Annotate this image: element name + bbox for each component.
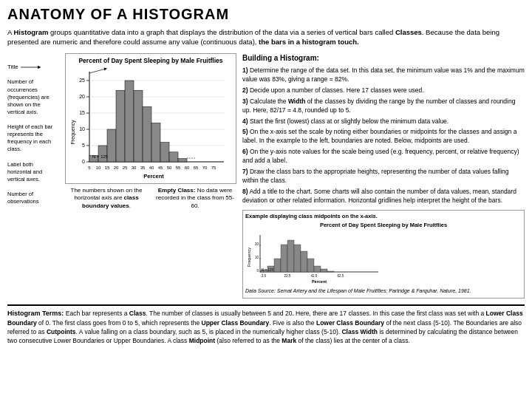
bar-6: [143, 106, 151, 162]
svg-text:20: 20: [255, 242, 259, 246]
step-6: 6) On the y-axis note values for the sca…: [242, 148, 525, 166]
svg-rect-43: [301, 251, 307, 272]
step-3: 3) Calculate the Width of the classes by…: [242, 98, 525, 115]
svg-text:55: 55: [176, 166, 181, 170]
bar-10: [178, 158, 187, 161]
svg-rect-45: [314, 266, 321, 272]
step-8: 8) Add a title to the chart. Some charts…: [242, 188, 525, 205]
svg-text:25: 25: [123, 166, 128, 170]
svg-text:35: 35: [140, 166, 146, 170]
annotations-left: Title Number of occurrences (frequencies…: [7, 53, 61, 211]
svg-text:20: 20: [114, 166, 119, 170]
svg-text:5: 5: [88, 166, 91, 170]
bottom-note-boundary: The numbers shown on the horizontal axis…: [65, 187, 148, 211]
bar-1: [98, 146, 107, 162]
svg-text:40: 40: [149, 166, 154, 170]
terms-title: Histogram Terms:: [7, 310, 66, 317]
svg-text:30: 30: [132, 166, 137, 170]
svg-text:42.5: 42.5: [311, 274, 318, 278]
title-annotation-text: Title: [7, 64, 18, 72]
height-annotation-text: Height of each bar represents the freque…: [7, 123, 55, 154]
chart-and-bottom: Percent of Day Spent Sleeping by Male Fr…: [65, 53, 236, 211]
bar-2: [107, 129, 116, 162]
svg-rect-46: [321, 269, 327, 272]
step-4: 4) Start the first (lowest) class at or …: [242, 117, 525, 126]
mini-histogram-svg: Frequency 2.5 2: [245, 231, 382, 283]
y-axis-label: Frequency: [70, 120, 76, 145]
svg-text:70: 70: [202, 166, 208, 170]
bar-9: [169, 151, 178, 161]
step-7: 7) Draw the class bars to the appropriat…: [242, 168, 525, 185]
svg-text:50: 50: [167, 166, 172, 170]
annotations-wrapper: Title Number of occurrences (frequencies…: [7, 53, 236, 211]
building-steps: 1) Determine the range of the data set. …: [242, 66, 525, 205]
title-arrow: [21, 64, 43, 71]
page: ANATOMY OF A HISTOGRAM A Histogram group…: [0, 0, 532, 399]
svg-text:15: 15: [105, 166, 110, 170]
bar-8: [160, 142, 169, 161]
observations-annotation: Number of observations: [7, 191, 61, 205]
example-label: Example displaying class midpoints on th…: [245, 213, 522, 221]
chart-area: Percent of Day Spent Sleeping by Male Fr…: [65, 53, 236, 184]
svg-text:10: 10: [255, 256, 259, 259]
svg-rect-41: [287, 240, 294, 272]
step-2: 2) Decide upon a number of classes. Here…: [242, 86, 525, 95]
mini-chart-section: Example displaying class midpoints on th…: [242, 210, 525, 299]
histogram-svg: Frequency 0 5: [69, 66, 228, 180]
svg-text:Percent: Percent: [312, 279, 327, 283]
bar-3: [116, 90, 125, 162]
frequency-annotation-text: Number of occurrences (frequencies) are …: [7, 78, 55, 116]
bottom-notes: The numbers shown on the horizontal axis…: [65, 187, 236, 211]
bar-7: [151, 123, 160, 162]
right-panel: Building a Histogram: 1) Determine the r…: [242, 53, 525, 299]
svg-text:5: 5: [82, 143, 85, 148]
bottom-note-empty: Empty Class: No data were recorded in th…: [154, 187, 236, 211]
terms-text: Each bar represents a Class. The number …: [7, 310, 523, 345]
svg-text:0: 0: [82, 159, 85, 164]
height-annotation: Height of each bar represents the freque…: [7, 123, 61, 154]
step-1: 1) Determine the range of the data set. …: [242, 66, 525, 84]
left-panel: Title Number of occurrences (frequencies…: [7, 53, 236, 211]
content-row: Title Number of occurrences (frequencies…: [7, 53, 525, 299]
building-title: Building a Histogram:: [242, 53, 525, 64]
svg-rect-47: [327, 271, 334, 272]
svg-text:45: 45: [158, 166, 163, 170]
n-label: N = 125: [92, 154, 109, 159]
svg-text:60: 60: [185, 166, 190, 170]
svg-text:10: 10: [96, 166, 101, 170]
svg-text:75: 75: [211, 166, 216, 170]
svg-rect-44: [307, 259, 314, 272]
frequency-annotation: Number of occurrences (frequencies) are …: [7, 78, 61, 116]
bar-4: [125, 81, 134, 162]
observations-annotation-text: Number of observations: [7, 191, 55, 205]
main-title: ANATOMY OF A HISTOGRAM: [7, 6, 525, 23]
bar-5: [134, 90, 143, 162]
svg-text:N = 125: N = 125: [262, 268, 273, 272]
title-annotation: Title: [7, 64, 61, 72]
intro-text: A Histogram groups quantitative data int…: [7, 27, 525, 47]
data-source: Data Source: Semat Artery and the Lifesp…: [245, 287, 522, 295]
svg-text:10: 10: [79, 126, 85, 132]
svg-rect-39: [274, 259, 281, 272]
x-axis-label: Percent: [143, 173, 164, 180]
svg-rect-40: [281, 245, 287, 272]
svg-text:Frequency: Frequency: [247, 248, 251, 267]
svg-text:25: 25: [79, 78, 85, 83]
title-arrow-line: [89, 69, 106, 73]
svg-text:22.5: 22.5: [284, 274, 291, 278]
svg-text:65: 65: [194, 166, 199, 170]
svg-rect-42: [294, 245, 301, 272]
mini-chart-title-text: Percent of Day Spent Sleeping by Male Fr…: [245, 222, 522, 230]
label-annotation: Label both horizontal and vertical axes.: [7, 161, 61, 183]
chart-title: Percent of Day Spent Sleeping by Male Fr…: [69, 57, 233, 64]
step-5: 5) On the x-axis set the scale by noting…: [242, 128, 525, 146]
svg-text:62.5: 62.5: [338, 274, 344, 278]
svg-text:20: 20: [79, 94, 85, 99]
svg-text:2.5: 2.5: [262, 274, 267, 278]
svg-text:0: 0: [256, 269, 259, 273]
label-annotation-text: Label both horizontal and vertical axes.: [7, 161, 55, 183]
intro-content: A Histogram groups quantitative data int…: [7, 28, 499, 46]
svg-text:15: 15: [79, 110, 85, 115]
terms-section: Histogram Terms: Each bar represents a C…: [7, 304, 525, 346]
